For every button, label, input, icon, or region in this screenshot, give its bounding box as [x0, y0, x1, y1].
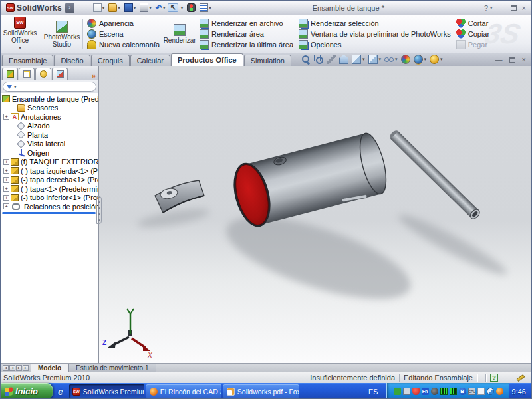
internet-explorer-icon[interactable]: e — [58, 386, 63, 397]
renderizar-seleccion-button[interactable]: Renderizar selección — [299, 18, 451, 29]
messenger-tray-icon[interactable] — [487, 388, 494, 395]
tab-estudio-movimiento[interactable]: Estudio de movimiento 1 — [68, 364, 156, 372]
document-tray-icon[interactable] — [477, 388, 485, 395]
tree-item-anotaciones[interactable]: +AAnotaciones — [2, 112, 98, 122]
tab-calcular[interactable]: Calcular — [130, 55, 170, 66]
chevron-down-icon[interactable]: ▾ — [14, 84, 17, 90]
cpu-meter-tray-icon[interactable]: CPU — [468, 388, 475, 395]
previous-view-icon[interactable] — [327, 55, 336, 64]
taskbar-clock[interactable]: 9:46 — [509, 383, 531, 399]
doc-close-button[interactable]: × — [522, 55, 526, 63]
open-button[interactable]: ▾ — [107, 3, 122, 13]
graphics-viewport[interactable]: Z X Y — [99, 66, 531, 363]
tab-diseno[interactable]: Diseño — [54, 55, 90, 66]
tab-productos-office[interactable]: Productos Office — [171, 53, 243, 66]
propertymanager-tab[interactable] — [19, 68, 35, 80]
tree-item-tubo-inferior[interactable]: +(-) tubo inferior<1> (Predeterm — [2, 194, 98, 203]
help-button[interactable]: ? — [484, 4, 488, 12]
chevron-down-icon[interactable]: ▾ — [163, 5, 166, 11]
doc-minimize-button[interactable]: — — [495, 55, 503, 63]
chevron-down-icon[interactable]: ▾ — [134, 5, 136, 11]
chevron-down-icon[interactable]: ▾ — [379, 57, 382, 62]
dimxpert-tab[interactable] — [52, 68, 68, 80]
expand-icon[interactable]: + — [3, 203, 9, 209]
ventana-vista-preliminar-button[interactable]: Ventana de vista preliminar de PhotoWork… — [299, 29, 451, 39]
chevron-down-icon[interactable]: ▾ — [149, 5, 152, 11]
select-button[interactable]: ↖ — [168, 3, 178, 12]
bluetooth-tray-icon[interactable]: B — [459, 388, 466, 395]
utility-tray-icon[interactable] — [394, 388, 401, 395]
tab-ensamblaje[interactable]: Ensamblaje — [2, 55, 53, 66]
apply-scene-icon[interactable] — [414, 55, 423, 64]
renderizar-en-archivo-button[interactable]: Renderizar en archivo — [200, 18, 293, 29]
task-foxit[interactable]: Solidworks.pdf - Foxit... — [223, 384, 299, 398]
edit-appearance-icon[interactable] — [401, 55, 410, 64]
renderizar-button[interactable]: Renderizar — [162, 17, 197, 51]
tree-item-relaciones[interactable]: +Relaciones de posición — [2, 202, 98, 211]
doc-restore-button[interactable] — [509, 57, 515, 63]
first-tab-button[interactable]: ◂ — [3, 365, 9, 371]
quick-tips-help-icon[interactable]: ? — [490, 374, 498, 382]
help-dropdown-icon[interactable]: ▾ — [490, 5, 493, 11]
chevron-down-icon[interactable]: ▾ — [440, 57, 443, 62]
panel-overflow-chevron[interactable]: » — [92, 72, 97, 80]
chevron-down-icon[interactable]: ▾ — [102, 5, 105, 11]
tree-item-alzado[interactable]: Alzado — [2, 122, 98, 131]
tab-simulation[interactable]: Simulation — [244, 55, 291, 66]
firefox-tray-icon[interactable] — [496, 388, 503, 395]
opciones-button[interactable]: Opciones — [299, 39, 451, 50]
start-button[interactable]: Inicio — [1, 383, 53, 399]
fn-key-tray-icon[interactable]: Fn — [422, 388, 429, 395]
apariencia-button[interactable]: Apariencia — [87, 18, 160, 29]
panel-splitter-handle[interactable] — [96, 196, 102, 224]
save-button[interactable]: ▾ — [123, 3, 138, 13]
renderizar-ultima-area-button[interactable]: Renderizar la última área — [200, 39, 293, 50]
tree-root[interactable]: Ensamble de tanque (Predetermina — [2, 94, 98, 104]
tree-item-vista-lateral[interactable]: Vista lateral — [2, 140, 98, 149]
nueva-calcomania-button[interactable]: Nueva calcomanía — [87, 39, 160, 50]
antivirus-shield-icon[interactable] — [412, 388, 420, 395]
select-dropdown[interactable]: ▾ — [180, 5, 185, 11]
solidworks-office-button[interactable]: SW SolidWorks Office ▾ — [1, 17, 39, 51]
options-button[interactable]: ▾ — [198, 3, 213, 13]
hide-show-items-icon[interactable] — [384, 55, 394, 64]
ram-meter-tray-icon[interactable] — [440, 388, 448, 395]
photoworks-studio-button[interactable]: PhotoWorks Studio — [43, 17, 81, 51]
task-solidworks[interactable]: SW SolidWorks Premium 2... — [69, 384, 144, 398]
tree-item-tapa[interactable]: +(-) tapa<1> (Predeterminado< — [2, 184, 98, 194]
display-style-icon[interactable] — [368, 55, 378, 64]
chevron-down-icon[interactable]: ▾ — [362, 57, 365, 62]
tree-item-planta[interactable]: Planta — [2, 130, 98, 140]
last-tab-button[interactable]: ▸ — [23, 365, 29, 371]
zoom-area-icon[interactable] — [314, 55, 323, 64]
volume-tray-icon[interactable] — [403, 388, 410, 395]
renderizar-area-button[interactable]: Renderizar área — [200, 29, 293, 39]
tab-croquis[interactable]: Croquis — [91, 55, 130, 66]
tree-item-origen[interactable]: Origen — [2, 148, 98, 158]
tree-filter-input[interactable]: ▾ — [3, 82, 96, 92]
language-indicator[interactable]: ES — [360, 383, 386, 399]
prev-tab-button[interactable]: ◂ — [9, 365, 15, 371]
view-orientation-icon[interactable] — [352, 55, 361, 64]
expand-icon[interactable]: + — [3, 177, 9, 183]
restore-button[interactable] — [511, 5, 517, 11]
tree-item-tanque-exterior[interactable]: +(f) TANQUE EXTERIOR <1> (Pr — [2, 158, 98, 167]
expand-icon[interactable]: + — [3, 168, 9, 174]
chevron-down-icon[interactable]: ▾ — [395, 57, 398, 62]
tree-item-tapa-derecha[interactable]: +(-) tapa derecha<1> (Predeter — [2, 176, 98, 185]
undo-button[interactable]: ↶▾ — [154, 3, 167, 13]
chevron-down-icon[interactable]: ▾ — [209, 5, 211, 11]
expand-icon[interactable]: + — [3, 195, 9, 201]
chevron-down-icon[interactable]: ▾ — [424, 57, 427, 62]
configurationmanager-tab[interactable] — [35, 68, 51, 80]
updater-tray-icon[interactable] — [431, 388, 438, 395]
view-settings-icon[interactable] — [430, 55, 439, 64]
tab-modelo[interactable]: Modelo — [31, 364, 68, 372]
expand-icon[interactable]: + — [3, 186, 9, 192]
next-tab-button[interactable]: ▸ — [16, 365, 22, 371]
chevron-down-icon[interactable]: ▾ — [181, 5, 184, 11]
print-button[interactable]: ▾ — [138, 3, 153, 13]
close-button[interactable]: × — [522, 4, 526, 12]
rollback-bar[interactable] — [2, 212, 96, 214]
section-view-icon[interactable] — [339, 55, 348, 64]
